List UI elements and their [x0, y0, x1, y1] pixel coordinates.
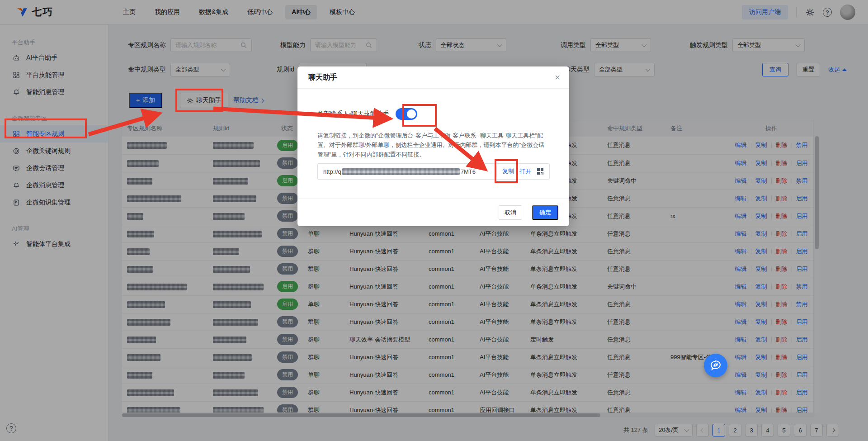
modal-footer: 取消 确定: [297, 199, 569, 226]
external-contact-toggle-row: 外部联系人-聊天技能助手: [317, 108, 417, 120]
confirm-button[interactable]: 确定: [532, 205, 558, 220]
modal-title: 聊天助手: [308, 73, 337, 82]
assistant-url-field: http://q 7MT6 复制 打开: [317, 163, 550, 180]
modal-header: 聊天助手 ×: [297, 66, 569, 89]
cancel-button[interactable]: 取消: [499, 205, 522, 220]
url-masked-segment: [342, 168, 460, 175]
toggle-label: 外部联系人-聊天技能助手: [317, 110, 389, 118]
external-contact-toggle[interactable]: [396, 108, 417, 120]
chat-sync-icon: [709, 359, 722, 372]
url-suffix: 7MT6: [461, 168, 476, 175]
floating-chat-button[interactable]: [704, 354, 727, 377]
modal-description: 请复制链接，到企微的"企微管理后台-客户与上下游-客户联系--聊天工具-聊天工具…: [317, 131, 550, 159]
url-prefix: http://q: [323, 168, 341, 175]
open-url-button[interactable]: 打开: [519, 167, 531, 175]
url-actions: 复制 打开: [496, 166, 549, 177]
chat-assistant-modal: 聊天助手 × 外部联系人-聊天技能助手 请复制链接，到企微的"企微管理后台-客户…: [297, 66, 569, 226]
toggle-knob: [407, 109, 416, 119]
close-icon[interactable]: ×: [555, 73, 560, 82]
assistant-url-text[interactable]: http://q 7MT6: [318, 168, 496, 175]
qr-code-icon[interactable]: [537, 168, 544, 175]
app-root: 七巧 主页我的应用数据&集成低码中心AI中心模板中心 访问用户端 ? 平台助手A…: [0, 0, 868, 441]
copy-url-button[interactable]: 复制: [502, 167, 514, 175]
